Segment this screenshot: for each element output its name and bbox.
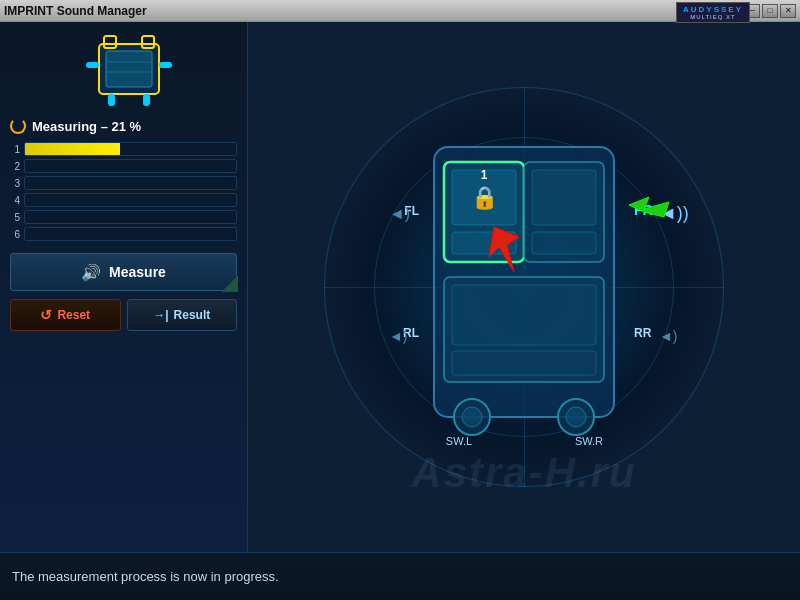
radar-background: 🔒 1 [324, 87, 724, 487]
measure-button-label: Measure [109, 264, 166, 280]
main-content: Measuring – 21 % 1 2 3 [0, 22, 800, 552]
measuring-label: Measuring – 21 % [32, 119, 141, 134]
measure-speaker-icon: 🔊 [81, 263, 101, 282]
reset-icon: ↺ [40, 307, 52, 323]
progress-bar-fill-1 [25, 143, 120, 155]
progress-num-5: 5 [10, 212, 20, 223]
result-button-label: Result [174, 308, 211, 322]
close-button[interactable]: ✕ [780, 4, 796, 18]
progress-num-1: 1 [10, 144, 20, 155]
speaker-diagram-icon [84, 34, 164, 104]
measuring-spinner-icon [10, 118, 26, 134]
progress-bar-bg-1 [24, 142, 237, 156]
progress-row-5: 5 [10, 210, 237, 224]
maximize-button[interactable]: □ [762, 4, 778, 18]
result-button[interactable]: →| Result [127, 299, 238, 331]
svg-rect-8 [108, 94, 115, 106]
right-panel: 🔒 1 [248, 22, 800, 552]
svg-text:RR: RR [634, 326, 652, 340]
progress-row-3: 3 [10, 176, 237, 190]
car-diagram-svg: 🔒 1 [324, 87, 724, 487]
svg-rect-6 [86, 62, 99, 68]
svg-text:🔒: 🔒 [471, 184, 499, 211]
progress-bar-bg-6 [24, 227, 237, 241]
progress-section: 1 2 3 4 [10, 142, 237, 241]
svg-text:◄): ◄) [389, 205, 410, 222]
status-message: The measurement process is now in progre… [12, 569, 279, 584]
svg-rect-17 [532, 170, 596, 225]
measure-button[interactable]: 🔊 Measure [10, 253, 237, 291]
svg-point-23 [462, 407, 482, 427]
speaker-svg [84, 34, 174, 114]
svg-rect-18 [532, 232, 596, 254]
progress-num-2: 2 [10, 161, 20, 172]
progress-row-6: 6 [10, 227, 237, 241]
audyssey-logo: AUDYSSEY MULTIEQ XT [676, 2, 750, 23]
progress-num-4: 4 [10, 195, 20, 206]
svg-text:◄): ◄) [659, 328, 678, 344]
left-panel: Measuring – 21 % 1 2 3 [0, 22, 248, 552]
progress-row-2: 2 [10, 159, 237, 173]
brand-name: AUDYSSEY [683, 5, 743, 14]
progress-bar-bg-3 [24, 176, 237, 190]
svg-text:◄): ◄) [389, 328, 408, 344]
brand-sub: MULTIEQ XT [690, 14, 736, 20]
title-bar: IMPRINT Sound Manager AUDYSSEY MULTIEQ X… [0, 0, 800, 22]
svg-text:SW.L: SW.L [446, 435, 472, 447]
reset-button-label: Reset [57, 308, 90, 322]
measuring-status: Measuring – 21 % [10, 118, 237, 134]
svg-rect-9 [143, 94, 150, 106]
progress-bar-bg-2 [24, 159, 237, 173]
status-bar: The measurement process is now in progre… [0, 552, 800, 600]
svg-text:1: 1 [481, 168, 488, 182]
svg-text:SW.R: SW.R [575, 435, 603, 447]
svg-rect-1 [106, 51, 152, 87]
progress-bar-bg-5 [24, 210, 237, 224]
speaker-icon-container [10, 34, 237, 104]
svg-rect-7 [159, 62, 172, 68]
progress-bar-bg-4 [24, 193, 237, 207]
bottom-buttons: ↺ Reset →| Result [10, 299, 237, 331]
svg-rect-20 [452, 285, 596, 345]
reset-button[interactable]: ↺ Reset [10, 299, 121, 331]
app-title: IMPRINT Sound Manager [4, 4, 147, 18]
progress-num-6: 6 [10, 229, 20, 240]
result-icon: →| [153, 308, 168, 322]
title-bar-buttons[interactable]: ─ □ ✕ [744, 4, 796, 18]
svg-point-25 [566, 407, 586, 427]
progress-num-3: 3 [10, 178, 20, 189]
svg-rect-21 [452, 351, 596, 375]
title-bar-left: IMPRINT Sound Manager [4, 4, 147, 18]
progress-row-4: 4 [10, 193, 237, 207]
progress-row-1: 1 [10, 142, 237, 156]
